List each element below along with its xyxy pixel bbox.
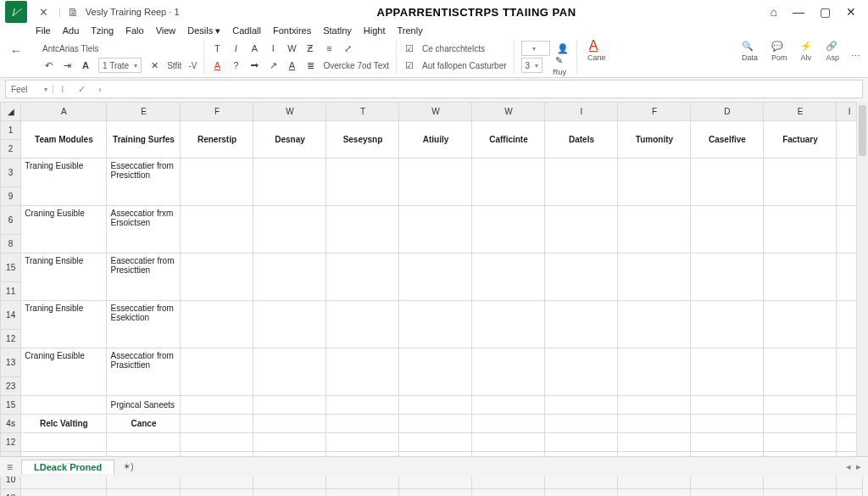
cell[interactable] (399, 433, 472, 452)
cell[interactable] (326, 159, 399, 206)
equals-icon[interactable]: ≡ (323, 42, 335, 54)
col-head[interactable]: D (691, 103, 764, 121)
cell[interactable] (764, 348, 837, 396)
cell[interactable] (253, 396, 326, 415)
home-icon[interactable]: ⌂ (771, 5, 777, 19)
menu-item[interactable]: Desils ▾ (187, 25, 220, 36)
cell[interactable] (691, 433, 764, 452)
w-icon[interactable]: W (286, 42, 298, 54)
col-head[interactable]: E (764, 103, 837, 121)
cell[interactable] (691, 489, 764, 497)
find-button[interactable]: 🔍Data (738, 40, 761, 62)
row-head[interactable]: 4s (1, 415, 21, 433)
row-head[interactable]: 15 (1, 396, 21, 415)
cell[interactable]: Prgincal Saneets (107, 396, 181, 415)
cell[interactable] (181, 348, 253, 396)
cell[interactable] (764, 159, 837, 206)
fx-cancel-icon[interactable]: ✓ (72, 84, 91, 95)
cell[interactable] (618, 301, 691, 348)
cell[interactable]: Traning Eusible (21, 159, 107, 206)
step-icon[interactable]: ↗ (267, 59, 279, 71)
cell[interactable]: Factuary (764, 121, 837, 159)
cell[interactable] (326, 301, 399, 348)
close-window-icon[interactable]: ✕ (846, 5, 856, 19)
menu-view[interactable]: View (156, 25, 176, 36)
cell[interactable] (545, 433, 618, 452)
cell[interactable] (253, 206, 326, 254)
col-head[interactable]: W (253, 103, 326, 121)
cell[interactable] (764, 433, 837, 452)
cell[interactable] (764, 301, 837, 348)
cell[interactable] (691, 301, 764, 348)
fx-dropdown-icon[interactable]: ⁞ (53, 84, 72, 95)
cell[interactable] (326, 396, 399, 415)
row-head[interactable]: 2 (1, 140, 21, 159)
chk-auto[interactable]: Aut fallopen Casturber (422, 61, 507, 70)
menu-item[interactable]: Statlny (323, 25, 352, 36)
cell[interactable] (764, 206, 837, 254)
cell[interactable] (472, 348, 545, 396)
cell[interactable]: Asseccatior from Prasicttien (107, 348, 181, 396)
cell[interactable] (545, 301, 618, 348)
row-head[interactable]: 3 (1, 159, 21, 187)
cell[interactable] (618, 489, 691, 497)
cell[interactable] (545, 415, 618, 433)
row-head[interactable]: 12 (1, 433, 21, 452)
row-head[interactable]: 15 (1, 254, 21, 282)
person-icon[interactable]: 👤 (557, 42, 569, 54)
underline-icon[interactable]: A (286, 59, 298, 71)
col-head[interactable]: I (545, 103, 618, 121)
cell[interactable] (618, 348, 691, 396)
undo-icon[interactable]: ↶ (42, 59, 54, 71)
italic-icon[interactable]: I (230, 42, 242, 54)
cell[interactable] (837, 489, 863, 497)
menu-item[interactable]: Falo (125, 25, 143, 36)
scrollbar-thumb[interactable] (859, 105, 866, 156)
col-head[interactable]: W (399, 103, 472, 121)
cell[interactable] (181, 254, 253, 301)
cell[interactable] (399, 301, 472, 348)
cell[interactable] (181, 301, 253, 348)
cell[interactable]: Renerstip (181, 121, 253, 159)
row-head[interactable]: 8 (1, 235, 21, 254)
overcke-label[interactable]: Overcke 7od Text (323, 61, 389, 70)
cell[interactable] (618, 396, 691, 415)
cell[interactable] (181, 159, 253, 206)
expand-icon[interactable]: ⤢ (342, 42, 353, 54)
cell[interactable]: Relc Valting (21, 415, 107, 433)
cell[interactable] (545, 254, 618, 301)
cell[interactable] (691, 254, 764, 301)
cell[interactable] (181, 396, 253, 415)
row-head[interactable]: 11 (1, 282, 21, 301)
cell[interactable]: Desnay (253, 121, 326, 159)
back-icon[interactable]: ← (10, 44, 27, 58)
cell[interactable] (181, 206, 253, 254)
maximize-icon[interactable]: ▢ (820, 5, 831, 19)
cell[interactable] (618, 159, 691, 206)
cell[interactable] (253, 415, 326, 433)
cell[interactable]: Craning Eusible (21, 206, 107, 254)
cell[interactable] (764, 415, 837, 433)
cell[interactable]: Traning Ensible (21, 254, 107, 301)
col-head[interactable]: F (618, 103, 691, 121)
cell[interactable] (545, 396, 618, 415)
cell[interactable] (253, 254, 326, 301)
scroll-right-icon[interactable]: ▸ (856, 461, 861, 472)
cell[interactable]: Craning Eusible (21, 348, 107, 396)
row-head[interactable]: 13 (1, 348, 21, 377)
row-head[interactable]: 23 (1, 377, 21, 396)
cell[interactable] (326, 433, 399, 452)
cell[interactable]: Atiuily (399, 121, 472, 159)
add-sheet-icon[interactable]: ✶) (123, 461, 134, 472)
menu-item[interactable]: Hight (364, 25, 386, 36)
cell[interactable] (253, 348, 326, 396)
cell[interactable]: Asseccatior frxm Ersoictsen (107, 206, 181, 254)
cell[interactable] (618, 433, 691, 452)
cell[interactable] (691, 159, 764, 206)
cell[interactable] (545, 206, 618, 254)
font-color-icon[interactable]: A (211, 59, 223, 71)
cell[interactable] (107, 433, 181, 452)
checkbox-icon[interactable]: ☑ (403, 42, 415, 54)
cell[interactable]: Caselfive (691, 121, 764, 159)
cell[interactable] (618, 206, 691, 254)
